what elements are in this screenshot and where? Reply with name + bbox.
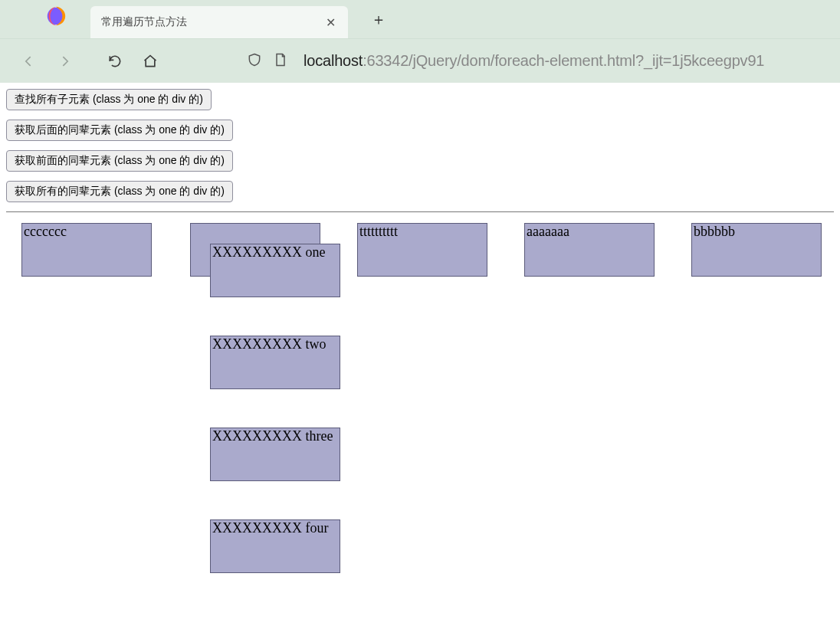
url-host: localhost	[304, 52, 363, 69]
box-a: aaaaaaa	[524, 223, 655, 277]
close-tab-icon[interactable]: ✕	[323, 15, 337, 29]
box-three: XXXXXXXXX three	[210, 428, 340, 481]
tabstrip: 常用遍历节点方法 ✕ ＋	[0, 0, 840, 38]
browser-tab[interactable]: 常用遍历节点方法 ✕	[90, 6, 348, 38]
find-children-button[interactable]: 查找所有子元素 (class 为 one 的 div 的)	[6, 89, 212, 110]
box-two: XXXXXXXXX two	[210, 336, 340, 389]
reload-icon	[107, 54, 123, 69]
page-viewport: 查找所有子元素 (class 为 one 的 div 的) 获取后面的同辈元素 …	[0, 83, 840, 639]
url-bar[interactable]: localhost:63342/jQuery/dom/foreach-eleme…	[304, 52, 826, 70]
box-canvas: ccccccc XXXXXXXXX one XXXXXXXXX two XXXX…	[6, 220, 834, 618]
home-button[interactable]	[135, 46, 166, 77]
reload-button[interactable]	[100, 46, 130, 77]
home-icon	[143, 54, 158, 69]
new-tab-button[interactable]: ＋	[366, 7, 391, 31]
prev-siblings-button[interactable]: 获取前面的同辈元素 (class 为 one 的 div 的)	[6, 150, 233, 172]
shield-icon[interactable]	[247, 52, 262, 70]
box-one: XXXXXXXXX one	[210, 244, 340, 297]
next-siblings-button[interactable]: 获取后面的同辈元素 (class 为 one 的 div 的)	[6, 120, 233, 141]
arrow-right-icon	[57, 54, 72, 69]
lock-page-icon[interactable]	[273, 52, 288, 70]
toolbar: localhost:63342/jQuery/dom/foreach-eleme…	[0, 38, 840, 83]
url-path: :63342/jQuery/dom/foreach-element.html?_…	[363, 52, 764, 69]
box-four: XXXXXXXXX four	[210, 519, 340, 573]
divider	[6, 211, 834, 212]
box-c: ccccccc	[21, 223, 152, 277]
forward-button[interactable]	[49, 46, 80, 77]
arrow-left-icon	[21, 54, 37, 69]
box-b: bbbbbb	[691, 223, 822, 277]
tab-title: 常用遍历节点方法	[101, 15, 316, 29]
box-t: tttttttttt	[357, 223, 487, 277]
all-siblings-button[interactable]: 获取所有的同辈元素 (class 为 one 的 div 的)	[6, 181, 233, 202]
browser-chrome: 常用遍历节点方法 ✕ ＋	[0, 0, 840, 83]
back-button[interactable]	[14, 46, 44, 77]
firefox-logo-icon	[44, 5, 67, 28]
